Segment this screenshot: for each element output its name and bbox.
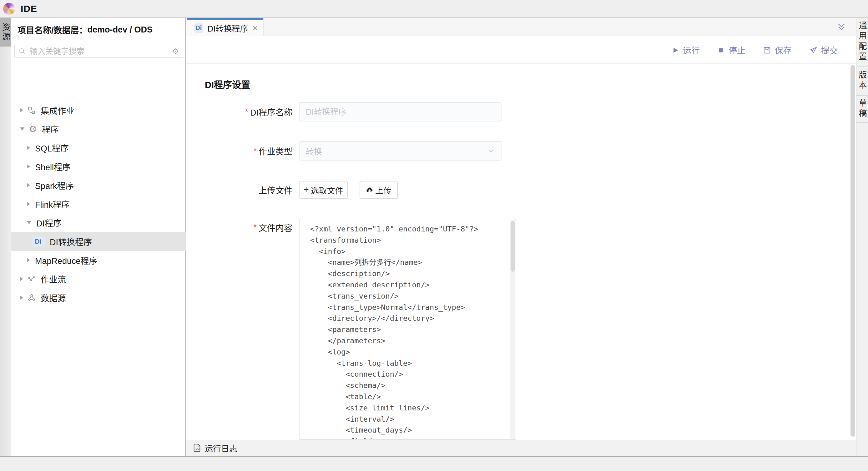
tree-item-sql-programs[interactable]: SQL程序 [11, 138, 186, 157]
di-badge: Di [32, 236, 45, 246]
tab-di-transform-program[interactable]: Di DI转换程序 × [187, 18, 264, 36]
app-title: IDE [21, 3, 37, 14]
editor-toolbar: 运行 停止 保存 提交 [186, 36, 856, 64]
required-mark: * [253, 223, 257, 232]
stop-button[interactable]: 停止 [717, 44, 745, 56]
integration-icon [28, 106, 36, 114]
tree-item-datasources[interactable]: 数据源 [11, 288, 186, 307]
save-icon [763, 46, 771, 54]
caret-right-icon[interactable] [27, 202, 30, 206]
tab-label: DI转换程序 [207, 22, 248, 34]
run-log-bar[interactable]: LOG 运行日志 [186, 440, 856, 456]
required-mark: * [253, 146, 257, 156]
form-content: DI程序设置 * DI程序名称 * 作业类型 转换 上传文件 + 选取文件 上传 [186, 64, 856, 440]
tab-drafts[interactable]: 草稿 [857, 96, 868, 123]
main-panel: Di DI转换程序 × 运行 停止 保存 提交 [186, 18, 856, 456]
cloud-upload-icon [366, 186, 373, 194]
editor-scrollbar-track[interactable] [510, 220, 515, 439]
form-title: DI程序设置 [205, 79, 250, 91]
top-bar: IDE [0, 0, 868, 18]
tree-item-di-programs[interactable]: DI程序 [11, 213, 186, 232]
tree-item-integration-jobs[interactable]: 集成作业 [11, 101, 186, 120]
tree-item-mapreduce-programs[interactable]: MapReduce程序 [11, 251, 186, 270]
caret-right-icon[interactable] [20, 108, 23, 112]
project-header-value: demo-dev / ODS [88, 25, 153, 35]
run-button[interactable]: 运行 [672, 44, 700, 56]
datasource-icon [28, 294, 36, 302]
caret-right-icon[interactable] [20, 277, 23, 281]
file-content-text[interactable]: <?xml version="1.0" encoding="UTF-8"?> <… [300, 219, 516, 440]
play-icon [672, 46, 679, 54]
chevron-down-icon [487, 147, 495, 155]
content-field-label: * 文件内容 [186, 222, 292, 233]
resource-sidebar: 项目名称/数据层： demo-dev / ODS 集成作业 程序 SQL程序 S… [11, 18, 186, 456]
save-button[interactable]: 保存 [763, 44, 792, 56]
workflow-icon [28, 275, 36, 283]
name-input[interactable] [299, 102, 502, 122]
caret-right-icon[interactable] [27, 164, 30, 169]
bottom-strip [0, 456, 868, 471]
tree-item-spark-programs[interactable]: Spark程序 [11, 176, 186, 195]
tree-item-di-transform-program[interactable]: Di DI转换程序 [11, 232, 186, 251]
tree-item-programs[interactable]: 程序 [11, 120, 186, 138]
left-rail: 资源 [0, 18, 11, 456]
project-header-label: 项目名称/数据层： [18, 24, 88, 36]
di-badge: Di [194, 24, 203, 33]
caret-right-icon[interactable] [27, 258, 30, 262]
caret-right-icon[interactable] [27, 145, 30, 150]
project-header: 项目名称/数据层： demo-dev / ODS [11, 18, 185, 42]
rail-tab-resources[interactable]: 资源 [0, 18, 11, 46]
choose-file-button[interactable]: + 选取文件 [299, 181, 348, 199]
file-content-editor[interactable]: <?xml version="1.0" encoding="UTF-8"?> <… [299, 218, 516, 440]
type-field-label: * 作业类型 [186, 141, 292, 161]
upload-field-label: 上传文件 [186, 181, 292, 199]
name-field-label: * DI程序名称 [186, 102, 292, 122]
caret-right-icon[interactable] [20, 296, 23, 300]
right-rail: 通用配置 版本 草稿 [856, 18, 868, 456]
job-type-value: 转换 [306, 145, 487, 157]
log-file-icon: LOG [192, 443, 202, 452]
tab-versions[interactable]: 版本 [857, 67, 868, 96]
svg-text:LOG: LOG [195, 448, 200, 451]
app-logo-icon [3, 3, 15, 15]
gear-icon [29, 125, 37, 133]
double-chevron-down-icon [837, 23, 846, 32]
main-scrollbar-thumb[interactable] [850, 65, 855, 437]
tree-item-flink-programs[interactable]: Flink程序 [11, 195, 186, 213]
locate-icon[interactable] [172, 47, 179, 55]
run-log-label: 运行日志 [205, 442, 237, 454]
collapse-toolbar-button[interactable] [837, 23, 846, 32]
caret-right-icon[interactable] [27, 183, 30, 188]
submit-button[interactable]: 提交 [809, 44, 838, 56]
upload-button[interactable]: 上传 [360, 181, 398, 199]
search-box[interactable] [14, 45, 183, 58]
tab-general-config[interactable]: 通用配置 [857, 18, 868, 67]
search-section [11, 42, 185, 61]
paper-plane-icon [809, 46, 817, 54]
search-icon [19, 47, 26, 55]
tab-bar: Di DI转换程序 × [186, 18, 856, 36]
stop-icon [717, 46, 725, 54]
caret-down-icon[interactable] [27, 221, 31, 224]
job-type-select[interactable]: 转换 [299, 141, 502, 161]
editor-scrollbar-thumb[interactable] [510, 221, 515, 272]
required-mark: * [245, 107, 248, 117]
caret-down-icon[interactable] [20, 128, 24, 131]
close-icon[interactable]: × [252, 24, 258, 33]
tree-item-shell-programs[interactable]: Shell程序 [11, 157, 186, 176]
plus-icon: + [303, 185, 309, 194]
search-input[interactable] [30, 47, 172, 56]
tree-item-workflows[interactable]: 作业流 [11, 270, 186, 288]
